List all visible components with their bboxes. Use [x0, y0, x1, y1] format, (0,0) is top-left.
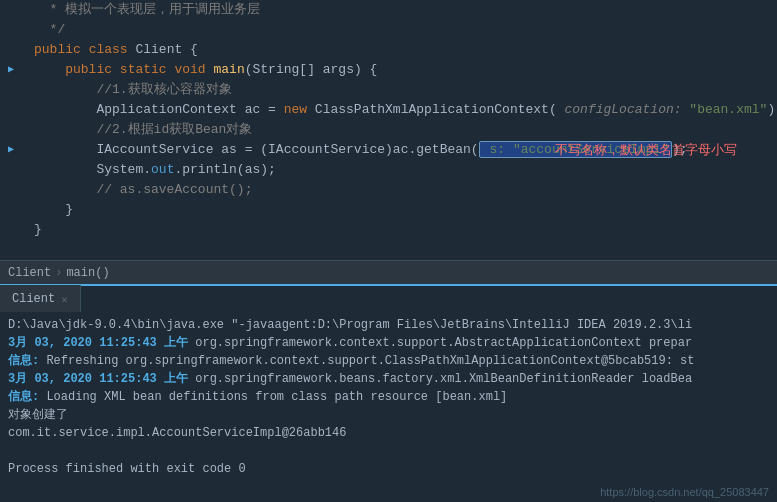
code-line-8: ▶ IAccountService as = (IAccountService)…	[0, 140, 777, 160]
console-line-1: D:\Java\jdk-9.0.4\bin\java.exe "-javaage…	[8, 316, 769, 334]
console-tab-label: Client	[12, 292, 55, 306]
code-text: //2.根据id获取Bean对象	[30, 120, 777, 140]
code-line-12: }	[0, 220, 777, 240]
console-line-2: 3月 03, 2020 11:25:43 上午 org.springframew…	[8, 334, 769, 352]
watermark: https://blog.csdn.net/qq_25083447	[600, 486, 769, 498]
breadcrumb: Client › main()	[0, 260, 777, 284]
code-line-11: }	[0, 200, 777, 220]
run-arrow-icon[interactable]: ▶	[0, 60, 14, 80]
code-text: System.out.println(as);	[30, 160, 777, 180]
console-info-text-3: org.springframework.beans.factory.xml.Xm…	[195, 372, 692, 386]
console-line-5: 信息: Loading XML bean definitions from cl…	[8, 388, 769, 406]
console-wrapper: D:\Java\jdk-9.0.4\bin\java.exe "-javaage…	[0, 312, 777, 502]
code-line-5: //1.获取核心容器对象	[0, 80, 777, 100]
console-line-3: 信息: Refreshing org.springframework.conte…	[8, 352, 769, 370]
close-icon[interactable]: ✕	[61, 293, 68, 306]
console-tab-client[interactable]: Client ✕	[0, 285, 81, 313]
annotation-popup: 不写名称，默认类名首字母小写	[555, 140, 737, 160]
code-text: public class Client {	[30, 40, 777, 60]
console-line-4: 3月 03, 2020 11:25:43 上午 org.springframew…	[8, 370, 769, 388]
console-info-label-2: 信息:	[8, 354, 39, 368]
code-line-10: // as.saveAccount();	[0, 180, 777, 200]
code-line-4: ▶ public static void main(String[] args)…	[0, 60, 777, 80]
code-text: // as.saveAccount();	[30, 180, 777, 200]
code-text: //1.获取核心容器对象	[30, 80, 777, 100]
console-info-text: org.springframework.context.support.Abst…	[195, 336, 692, 350]
breadcrumb-class[interactable]: Client	[8, 266, 51, 280]
code-text: }	[30, 200, 777, 220]
code-text: * 模拟一个表现层，用于调用业务层	[30, 0, 777, 20]
console-info-label-3: 3月 03, 2020 11:25:43 上午	[8, 372, 188, 386]
console-line-9: Process finished with exit code 0	[8, 460, 769, 478]
editor-area: * 模拟一个表现层，用于调用业务层 */ public class Client…	[0, 0, 777, 260]
console-info-label: 3月 03, 2020 11:25:43 上午	[8, 336, 188, 350]
code-text: */	[30, 20, 777, 40]
code-text: ApplicationContext ac = new ClassPathXml…	[30, 100, 777, 120]
breadcrumb-separator: ›	[55, 266, 62, 280]
code-text: }	[30, 220, 777, 240]
code-line-2: */	[0, 20, 777, 40]
code-line-7: //2.根据id获取Bean对象	[0, 120, 777, 140]
code-line-6: ApplicationContext ac = new ClassPathXml…	[0, 100, 777, 120]
code-text: public static void main(String[] args) {	[30, 60, 777, 80]
console-info-label-4: 信息:	[8, 390, 39, 404]
console-info-text-2: Refreshing org.springframework.context.s…	[46, 354, 694, 368]
code-line-1: * 模拟一个表现层，用于调用业务层	[0, 0, 777, 20]
breadcrumb-method[interactable]: main()	[66, 266, 109, 280]
code-line-9: System.out.println(as);	[0, 160, 777, 180]
console-line-6: 对象创建了	[8, 406, 769, 424]
console-line-7: com.it.service.impl.AccountServiceImpl@2…	[8, 424, 769, 442]
console-tab-bar: Client ✕	[0, 284, 777, 312]
debug-arrow-icon: ▶	[0, 140, 14, 160]
console-info-text-4: Loading XML bean definitions from class …	[46, 390, 507, 404]
console-area: D:\Java\jdk-9.0.4\bin\java.exe "-javaage…	[0, 312, 777, 482]
code-line-3: public class Client {	[0, 40, 777, 60]
console-line-8	[8, 442, 769, 460]
